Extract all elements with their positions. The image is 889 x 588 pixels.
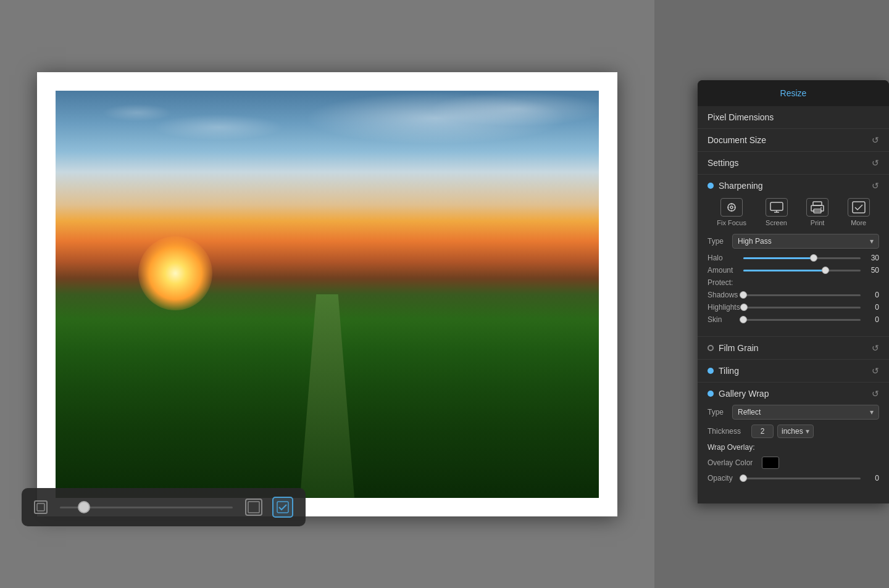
- shadows-slider-row: Shadows 0: [707, 291, 879, 299]
- unit-chevron: [806, 427, 809, 436]
- svg-rect-7: [811, 205, 824, 211]
- protect-label: Protect:: [707, 278, 879, 287]
- screen-label: Screen: [766, 219, 787, 226]
- opacity-row: Opacity 0: [707, 474, 879, 482]
- amount-label: Amount: [707, 266, 740, 275]
- film-grain-section[interactable]: Film Grain ↺: [698, 337, 889, 360]
- panel-header: Resize: [698, 80, 889, 106]
- halo-slider[interactable]: [743, 257, 861, 259]
- amount-slider-row: Amount 50: [707, 266, 879, 275]
- halo-value: 30: [864, 254, 879, 262]
- sharpening-reset-icon[interactable]: ↺: [872, 181, 879, 191]
- fix-focus-icon: [720, 198, 743, 217]
- screen-icon: [766, 198, 788, 217]
- highlights-slider[interactable]: [744, 307, 861, 308]
- document-size-label: Document Size: [707, 135, 766, 145]
- gallery-wrap-label: Gallery Wrap: [719, 389, 769, 399]
- shadows-slider[interactable]: [743, 294, 861, 296]
- pixel-dimensions-section[interactable]: Pixel Dimensions: [698, 106, 889, 129]
- print-icon: [806, 198, 828, 217]
- skin-slider-thumb: [740, 316, 747, 323]
- thickness-row: Thickness 2 inches: [707, 424, 879, 438]
- zoom-large-icon[interactable]: [245, 499, 262, 516]
- sharpen-btn-fix-focus[interactable]: Fix Focus: [717, 198, 746, 226]
- sharpen-btn-more[interactable]: More: [848, 198, 870, 226]
- tiling-section[interactable]: Tiling ↺: [698, 360, 889, 383]
- amount-value: 50: [864, 266, 879, 275]
- film-grain-dot: [707, 345, 714, 351]
- pixel-dimensions-label: Pixel Dimensions: [707, 112, 774, 122]
- svg-rect-5: [770, 202, 783, 210]
- panel-title: Resize: [780, 88, 807, 98]
- sharpening-active-dot: [707, 183, 714, 189]
- skin-label: Skin: [707, 315, 740, 324]
- highlights-label: Highlights: [707, 303, 740, 312]
- sharpen-btn-print[interactable]: Print: [806, 198, 828, 226]
- skin-slider[interactable]: [743, 319, 861, 321]
- zoom-slider[interactable]: [60, 507, 233, 508]
- photo-frame: [37, 72, 617, 516]
- halo-slider-row: Halo 30: [707, 254, 879, 262]
- amount-slider-thumb: [822, 267, 829, 274]
- halo-label: Halo: [707, 254, 740, 262]
- overlay-color-swatch[interactable]: [762, 457, 779, 469]
- sharpening-buttons: Fix Focus Screen: [707, 198, 879, 226]
- svg-point-4: [730, 206, 733, 209]
- opacity-label: Opacity: [707, 474, 740, 482]
- svg-rect-1: [248, 502, 259, 513]
- bottom-toolbar: [22, 488, 306, 526]
- shadows-label: Shadows: [707, 291, 740, 299]
- highlights-slider-thumb: [740, 304, 748, 311]
- photo-image: [56, 91, 599, 498]
- amount-slider-fill: [743, 270, 825, 271]
- gallery-wrap-type-dropdown[interactable]: Reflect: [732, 405, 879, 420]
- print-label: Print: [811, 219, 825, 226]
- gallery-wrap-section: Gallery Wrap ↺ Type Reflect Thickness 2 …: [698, 383, 889, 491]
- settings-label: Settings: [707, 158, 739, 168]
- gallery-wrap-reset-icon[interactable]: ↺: [872, 389, 879, 399]
- opacity-value: 0: [864, 474, 879, 482]
- opacity-slider[interactable]: [743, 478, 861, 479]
- gallery-wrap-type-chevron: [870, 408, 874, 416]
- zoom-small-icon[interactable]: [34, 500, 48, 514]
- halo-slider-thumb: [810, 254, 817, 262]
- settings-reset-icon[interactable]: ↺: [872, 158, 879, 168]
- svg-point-9: [820, 207, 822, 209]
- opacity-slider-thumb: [740, 474, 747, 482]
- thickness-label: Thickness: [707, 427, 748, 436]
- svg-rect-0: [37, 503, 44, 511]
- thickness-value-field[interactable]: 2: [751, 424, 774, 438]
- sharpening-type-dropdown[interactable]: High Pass: [732, 234, 879, 249]
- halo-slider-fill: [743, 257, 814, 259]
- more-label: More: [851, 219, 866, 226]
- svg-rect-10: [853, 202, 865, 213]
- film-grain-label: Film Grain: [719, 343, 759, 353]
- document-size-reset-icon[interactable]: ↺: [872, 135, 879, 145]
- sharpening-type-value: High Pass: [738, 237, 772, 246]
- sharpening-type-row: Type High Pass: [707, 234, 879, 249]
- gallery-wrap-type-value: Reflect: [738, 408, 761, 416]
- tiling-reset-icon[interactable]: ↺: [872, 366, 879, 376]
- more-icon: [848, 198, 870, 217]
- skin-value: 0: [864, 315, 879, 324]
- amount-slider[interactable]: [743, 270, 861, 271]
- canvas-area: [0, 0, 654, 588]
- sharpening-type-label: Type: [707, 237, 727, 246]
- tiling-label: Tiling: [719, 366, 739, 376]
- film-grain-reset-icon[interactable]: ↺: [872, 343, 879, 353]
- gallery-wrap-type-row: Type Reflect: [707, 405, 879, 420]
- overlay-color-row: Overlay Color: [707, 457, 879, 469]
- settings-section[interactable]: Settings ↺: [698, 152, 889, 175]
- sharpening-section: Sharpening ↺ Fix Focus: [698, 175, 889, 337]
- unit-dropdown[interactable]: inches: [777, 424, 814, 438]
- right-panel: Resize Pixel Dimensions Document Size ↺ …: [698, 80, 889, 503]
- tiling-dot: [707, 368, 714, 374]
- wrap-overlay-label: Wrap Overlay:: [707, 443, 879, 452]
- sharpen-btn-screen[interactable]: Screen: [766, 198, 788, 226]
- overlay-color-label: Overlay Color: [707, 458, 757, 467]
- document-size-section[interactable]: Document Size ↺: [698, 129, 889, 152]
- sharpening-type-chevron: [870, 237, 874, 246]
- svg-rect-2: [277, 502, 288, 513]
- check-icon[interactable]: [272, 497, 293, 518]
- unit-value: inches: [782, 427, 803, 436]
